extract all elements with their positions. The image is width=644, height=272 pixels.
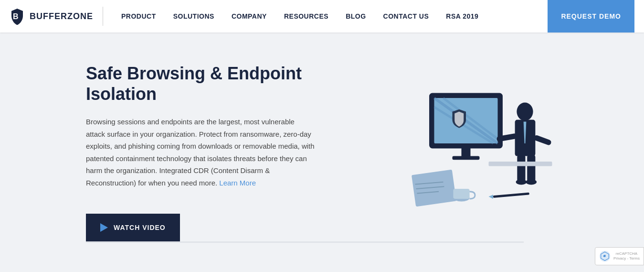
svg-rect-18 bbox=[412, 169, 456, 207]
play-icon bbox=[100, 223, 108, 232]
svg-text:B: B bbox=[13, 12, 19, 21]
nav-item-resources[interactable]: RESOURCES bbox=[275, 12, 337, 20]
svg-rect-12 bbox=[533, 134, 552, 146]
request-demo-button[interactable]: REQUEST DEMO bbox=[548, 0, 634, 33]
nav-item-product[interactable]: PRODUCT bbox=[113, 12, 165, 20]
svg-rect-7 bbox=[452, 156, 479, 160]
nav-item-contact-us[interactable]: CONTACT US bbox=[375, 12, 438, 20]
hero-description: Browsing sessions and endpoints are the … bbox=[86, 116, 315, 189]
learn-more-link[interactable]: Learn More bbox=[219, 179, 256, 187]
svg-rect-24 bbox=[493, 192, 529, 197]
svg-rect-6 bbox=[461, 148, 470, 157]
recaptcha-icon bbox=[599, 250, 611, 262]
hero-svg-illustration bbox=[384, 81, 566, 224]
svg-rect-23 bbox=[453, 189, 469, 199]
hero-title: Safe Browsing & Endpoint Isolation bbox=[86, 63, 315, 104]
svg-point-8 bbox=[517, 102, 533, 120]
hero-illustration bbox=[315, 81, 606, 224]
nav-item-blog[interactable]: BLOG bbox=[337, 12, 374, 20]
svg-rect-14 bbox=[527, 154, 535, 182]
recaptcha-badge: reCAPTCHA Privacy - Terms bbox=[595, 247, 644, 265]
recaptcha-links: Privacy - Terms bbox=[613, 256, 640, 261]
nav-item-rsa-2019[interactable]: RSA 2019 bbox=[437, 12, 487, 20]
svg-rect-13 bbox=[517, 154, 525, 182]
header: B BUFFERZONE PRODUCT SOLUTIONS COMPANY R… bbox=[0, 0, 644, 33]
recaptcha-label: reCAPTCHA bbox=[613, 251, 640, 256]
hero-text-section: Safe Browsing & Endpoint Isolation Brows… bbox=[86, 63, 315, 241]
svg-point-16 bbox=[526, 179, 537, 185]
bufferzone-logo-icon: B bbox=[10, 8, 25, 25]
nav-item-solutions[interactable]: SOLUTIONS bbox=[165, 12, 223, 20]
svg-point-15 bbox=[516, 179, 527, 185]
watch-video-button[interactable]: WATCH VIDEO bbox=[86, 214, 180, 241]
nav-item-company[interactable]: COMPANY bbox=[223, 12, 275, 20]
main-content: Safe Browsing & Endpoint Isolation Brows… bbox=[0, 33, 644, 272]
watch-video-label: WATCH VIDEO bbox=[114, 224, 166, 231]
svg-rect-17 bbox=[488, 162, 552, 166]
svg-marker-25 bbox=[488, 195, 493, 199]
main-nav: PRODUCT SOLUTIONS COMPANY RESOURCES BLOG… bbox=[113, 12, 548, 20]
logo-area[interactable]: B BUFFERZONE bbox=[10, 7, 103, 26]
logo-text[interactable]: BUFFERZONE bbox=[30, 11, 93, 22]
